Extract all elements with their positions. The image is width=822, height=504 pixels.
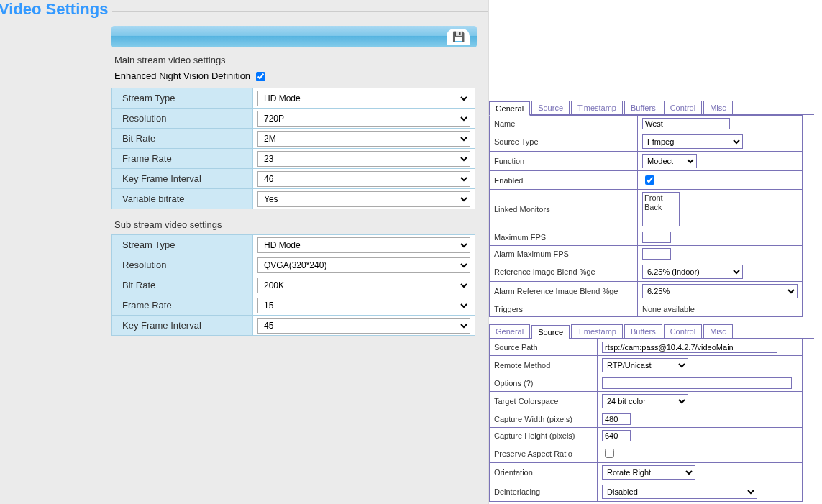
main-stream-label: Stream Type [112,88,253,109]
main-stream-label: Variable bitrate [112,189,253,209]
zm-tabs-source: GeneralSourceTimestampBuffersControlMisc [489,324,814,339]
main-stream-select[interactable]: HD Mode [257,91,470,106]
alarm-ref-blend-label: Alarm Reference Image Blend %ge [494,287,618,295]
list-item[interactable]: Front [644,193,677,203]
alarm-max-fps-input[interactable] [642,248,671,260]
tab-timestamp[interactable]: Timestamp [571,324,623,338]
tab-buffers[interactable]: Buffers [624,324,662,338]
capture-height-label: Capture Height (pixels) [494,431,575,440]
table-row: Bit Rate200K [112,275,475,295]
main-stream-label: Frame Rate [112,149,253,169]
name-input[interactable] [642,118,730,129]
source-path-input[interactable] [602,342,777,353]
enabled-checkbox[interactable] [645,175,654,185]
page-title: Video Settings [0,0,112,22]
deinterlacing-select[interactable]: Disabled [602,485,757,499]
tab-timestamp[interactable]: Timestamp [571,101,623,114]
main-stream-table: Stream TypeHD ModeResolution720PBit Rate… [111,88,475,209]
zm-tabs-general: GeneralSourceTimestampBuffersControlMisc [489,101,814,115]
tab-general[interactable]: General [489,324,530,338]
main-stream-select[interactable]: 720P [257,111,470,127]
video-settings-panel: Video Settings 💾 Main stream video setti… [0,0,489,504]
triggers-value: None available [642,305,695,313]
remote-method-select[interactable]: RTP/Unicast [602,358,688,372]
table-row: Stream TypeHD Mode [112,235,475,255]
tab-general[interactable]: General [489,101,530,116]
sub-stream-table: Stream TypeHD ModeResolutionQVGA(320*240… [111,234,475,336]
table-row: Variable bitrateYes [112,189,475,209]
sub-stream-select[interactable]: 45 [257,318,470,334]
table-row: Bit Rate2M [112,129,475,149]
sub-stream-title: Sub stream video settings [114,219,488,230]
sub-stream-select[interactable]: 200K [257,278,470,293]
header-bar: 💾 [111,26,477,47]
main-stream-select[interactable]: 23 [257,151,470,167]
ref-blend-select[interactable]: 6.25% (Indoor) [642,265,743,279]
table-row: Stream TypeHD Mode [112,88,475,109]
sub-stream-label: Bit Rate [112,275,253,295]
tab-source[interactable]: Source [531,101,570,114]
tab-buffers[interactable]: Buffers [624,101,662,114]
function-select[interactable]: Modect [642,154,697,168]
triggers-label: Triggers [494,305,523,313]
colorspace-select[interactable]: 24 bit color [602,394,688,408]
table-row: Key Frame Interval46 [112,169,475,189]
preserve-aspect-checkbox[interactable] [605,449,614,458]
main-stream-select[interactable]: 2M [257,131,470,147]
envd-label: Enhanced Night Vision Definition [114,70,250,81]
capture-height-input[interactable] [602,430,631,441]
zm-general-block: GeneralSourceTimestampBuffersControlMisc… [489,101,814,317]
main-stream-select[interactable]: Yes [257,191,470,207]
list-item[interactable]: Back [644,203,677,212]
main-stream-title: Main stream video settings [114,55,488,65]
zm-source-block: GeneralSourceTimestampBuffersControlMisc… [489,324,814,502]
main-stream-label: Resolution [112,109,253,129]
deinterlacing-label: Deinterlacing [494,487,540,496]
options-input[interactable] [602,377,792,389]
source-type-select[interactable]: Ffmpeg [642,134,743,149]
sub-stream-select[interactable]: 15 [257,298,470,313]
source-path-label: Source Path [494,343,538,352]
table-row: Resolution720P [112,109,475,129]
save-button[interactable]: 💾 [447,29,470,45]
options-label: Options (?) [494,379,533,388]
linked-monitors-listbox[interactable]: FrontBack [642,192,680,226]
enabled-label: Enabled [494,176,523,185]
sub-stream-label: Key Frame Interval [112,316,253,336]
main-stream-label: Key Frame Interval [112,169,253,189]
function-label: Function [494,157,524,165]
main-stream-select[interactable]: 46 [257,171,470,187]
sub-stream-label: Resolution [112,255,253,275]
colorspace-label: Target Colorspace [494,397,558,406]
linked-monitors-label: Linked Monitors [494,205,550,214]
max-fps-label: Maximum FPS [494,233,546,242]
capture-width-input[interactable] [602,413,631,425]
sub-stream-select[interactable]: HD Mode [257,237,470,253]
tab-control[interactable]: Control [664,101,702,114]
ref-blend-label: Reference Image Blend %ge [494,267,595,276]
tab-misc[interactable]: Misc [703,101,733,114]
sub-stream-label: Frame Rate [112,295,253,316]
remote-method-label: Remote Method [494,361,550,370]
tab-source[interactable]: Source [531,325,570,339]
table-row: Frame Rate15 [112,295,475,316]
table-row: Frame Rate23 [112,149,475,169]
source-type-label: Source Type [494,137,539,146]
orientation-select[interactable]: Rotate Right [602,465,695,480]
save-icon: 💾 [452,31,465,42]
envd-checkbox[interactable] [256,72,265,81]
tab-misc[interactable]: Misc [703,324,733,338]
tab-control[interactable]: Control [664,324,702,338]
table-row: ResolutionQVGA(320*240) [112,255,475,275]
zm-source-table: Source Path Remote Method RTP/Unicast Op… [489,339,803,502]
max-fps-input[interactable] [642,232,671,243]
alarm-ref-blend-select[interactable]: 6.25% [642,284,798,298]
orientation-label: Orientation [494,468,533,477]
capture-width-label: Capture Width (pixels) [494,415,572,423]
zm-general-table: Name Source Type Ffmpeg Function Modect … [489,115,803,317]
sub-stream-select[interactable]: QVGA(320*240) [257,257,470,273]
zoneminder-panel: GeneralSourceTimestampBuffersControlMisc… [489,0,820,504]
name-label: Name [494,119,515,128]
table-row: Key Frame Interval45 [112,316,475,336]
main-stream-label: Bit Rate [112,129,253,149]
